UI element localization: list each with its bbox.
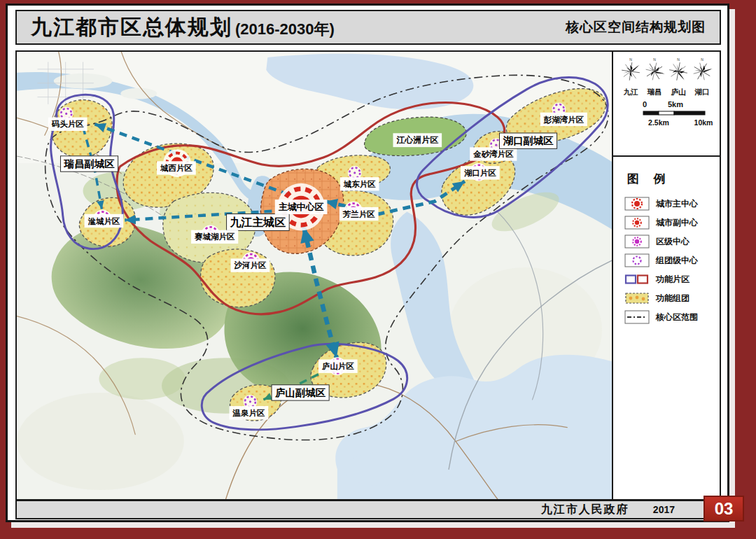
- core-boundary-icon: [624, 310, 650, 324]
- map-label-hukou: 湖口片区: [464, 169, 496, 177]
- page-number-badge: 03: [704, 496, 744, 522]
- content-row: 码头片区瑞昌副城区湓城片区城西片区九江主城区赛城湖片区沙河片区主城中心区城东片区…: [15, 50, 721, 500]
- map-label-lushan-sub: 庐山副城区: [274, 387, 326, 398]
- legend-row-sub-center: 城市副中心: [624, 216, 720, 230]
- wind-rose-icon: N: [668, 55, 689, 87]
- publisher: 九江市人民政府: [541, 503, 629, 517]
- legend-row-functional-cluster: 功能组团: [624, 291, 720, 305]
- wind-rose-label: 庐山: [671, 88, 686, 97]
- map-label-wenquan: 温泉片区: [232, 409, 265, 417]
- svg-text:N: N: [677, 57, 680, 62]
- map-label-ruichang: 瑞昌副城区: [63, 158, 115, 169]
- map-label-penghuwan: 彭湖湾片区: [543, 115, 584, 125]
- wind-rose-hukou: N 湖口: [692, 55, 713, 97]
- legend-row-core-boundary: 核心区范围: [624, 310, 720, 324]
- wind-rose-lushan: N 庐山: [668, 55, 689, 97]
- legend-row-functional-area: 功能片区: [624, 272, 720, 286]
- map-label-jiujiang-main: 九江主城区: [230, 216, 286, 228]
- wind-rose-icon: N: [692, 55, 713, 87]
- map-label-hukou-sub: 湖口副城区: [503, 135, 554, 146]
- map-area[interactable]: 码头片区瑞昌副城区湓城片区城西片区九江主城区赛城湖片区沙河片区主城中心区城东片区…: [17, 52, 613, 499]
- svg-text:2.5km: 2.5km: [648, 118, 669, 127]
- district-center-icon: [624, 234, 650, 248]
- svg-text:N: N: [701, 57, 704, 62]
- legend-label: 功能片区: [656, 274, 690, 286]
- svg-text:0: 0: [643, 100, 647, 108]
- legend-label: 功能组团: [656, 293, 690, 304]
- plan-sheet: 九江都市区总体规划 (2016-2030年) 核心区空间结构规划图: [6, 4, 729, 522]
- legend-label: 城市主中心: [656, 198, 698, 210]
- page-title: 九江都市区总体规划: [31, 13, 232, 42]
- map-label-chengdong: 城东片区: [343, 179, 376, 188]
- functional-cluster-icon: [624, 291, 650, 305]
- title-wrap: 九江都市区总体规划 (2016-2030年): [31, 13, 335, 42]
- functional-area-icon: [624, 272, 650, 286]
- map-label-jinshawan: 金砂湾片区: [472, 149, 514, 159]
- main-center-icon: [624, 197, 650, 211]
- map-label-pencheng: 湓城片区: [88, 217, 120, 225]
- map-label-chengxi: 城西片区: [160, 164, 192, 172]
- page-title-years: (2016-2030年): [235, 19, 335, 40]
- wind-rose-label: 九江: [624, 88, 638, 97]
- legend-title: 图 例: [627, 171, 720, 187]
- wind-rose-label: 瑞昌: [648, 88, 662, 97]
- compass-section: N 九江 N 瑞昌 N: [613, 52, 720, 157]
- legend-label: 区级中心: [656, 236, 690, 248]
- wind-rose-jiujiang: N 九江: [620, 55, 641, 97]
- wind-rose-icon: N: [620, 55, 641, 87]
- legend-label: 核心区范围: [656, 312, 698, 323]
- map-label-jiangxinzhou: 江心洲片区: [396, 136, 438, 146]
- header-band: 九江都市区总体规划 (2016-2030年) 核心区空间结构规划图: [15, 10, 721, 45]
- sidebar: N 九江 N 瑞昌 N: [613, 52, 720, 499]
- poster-canvas: 九江都市区总体规划 (2016-2030年) 核心区空间结构规划图: [0, 0, 756, 539]
- map-label-fanglan: 芳兰片区: [342, 209, 375, 218]
- svg-text:10km: 10km: [694, 118, 713, 127]
- wind-rose-icon: N: [644, 55, 665, 87]
- map-label-main-center: 主城中心区: [279, 202, 324, 212]
- footer-band: 九江市人民政府 2017: [15, 500, 721, 519]
- legend-row-main-center: 城市主中心: [624, 197, 720, 211]
- publish-year: 2017: [653, 504, 675, 515]
- svg-text:5km: 5km: [668, 100, 683, 108]
- wind-rose-label: 湖口: [695, 88, 710, 97]
- map-label-matou: 码头片区: [51, 120, 84, 128]
- map-label-lushan: 庐山片区: [321, 362, 354, 370]
- map-label-shahe: 沙河片区: [234, 260, 267, 270]
- legend-label: 城市副中心: [656, 217, 698, 229]
- legend-row-cluster-center: 组团级中心: [624, 253, 720, 267]
- svg-text:N: N: [653, 57, 656, 62]
- cluster-center-icon: [624, 253, 650, 267]
- sub-center-icon: [624, 216, 650, 230]
- legend-label: 组团级中心: [656, 255, 698, 267]
- scale-bar: 0 5km 2.5km 10km: [613, 99, 720, 130]
- wind-rose-ruichang: N 瑞昌: [644, 55, 665, 97]
- planning-map: 码头片区瑞昌副城区湓城片区城西片区九江主城区赛城湖片区沙河片区主城中心区城东片区…: [17, 52, 612, 499]
- wind-roses: N 九江 N 瑞昌 N: [613, 55, 720, 97]
- legend-row-district-center: 区级中心: [624, 234, 720, 248]
- map-label-saichenghu: 赛城湖片区: [194, 232, 235, 241]
- map-subtitle: 核心区空间结构规划图: [566, 18, 706, 36]
- svg-text:N: N: [629, 57, 632, 62]
- legend: 图 例 城市主中心 城市副中心: [613, 157, 720, 329]
